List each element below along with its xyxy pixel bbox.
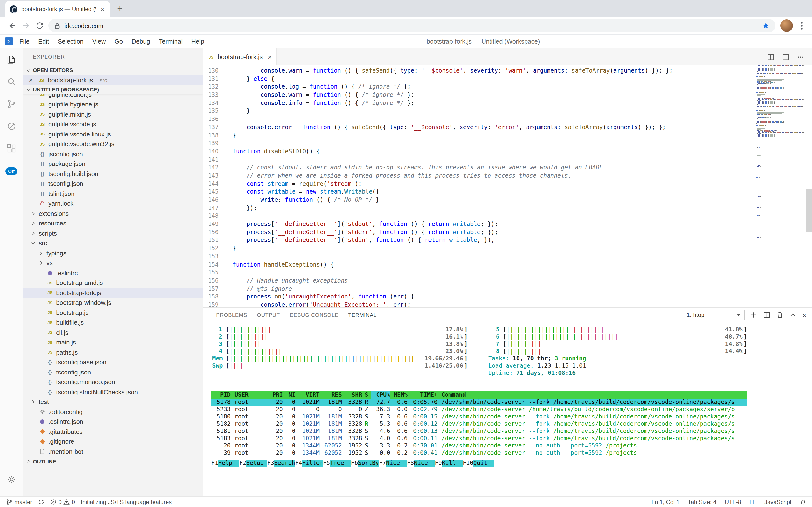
column-command[interactable]: Command [438,391,747,399]
tree-item-bootstrap-window-js[interactable]: JSbootstrap-window.js [23,298,202,308]
kill-terminal-icon[interactable] [776,311,784,319]
menu-selection[interactable]: Selection [53,38,88,45]
maximize-panel-icon[interactable] [789,311,797,319]
close-icon[interactable]: × [29,76,35,84]
menu-go[interactable]: Go [110,38,127,45]
process-row-5183[interactable]: 5183root2001021M181M3328S4.00.60:00.11/d… [211,435,747,442]
process-row-5181[interactable]: 5181root2001021M181M3328S4.60.60:00.13/d… [211,428,747,435]
tree-item-src[interactable]: src [23,238,202,248]
menu-edit[interactable]: Edit [34,38,53,45]
fkey-f4[interactable]: F4 [295,460,302,467]
panel-tab-problems[interactable]: PROBLEMS [211,308,252,322]
tree-item-main-js[interactable]: JSmain.js [23,337,202,347]
tree-item-bootstrap-amd-js[interactable]: JSbootstrap-amd.js [23,278,202,288]
tree-item-gitignore[interactable]: .gitignore [23,437,202,447]
fkey-f1[interactable]: F1 [211,460,218,467]
status-badge[interactable]: Off [5,167,17,175]
tree-item-jsconfig-json[interactable]: {}jsconfig.json [23,149,202,159]
encoding[interactable]: UTF-8 [725,499,741,505]
reload-button[interactable] [33,19,46,33]
browser-tab[interactable]: bootstrap-fork.js — Untitled (W × [5,1,110,17]
tree-item-editorconfig[interactable]: .editorconfig [23,407,202,417]
notifications-bell-icon[interactable] [800,499,806,505]
fkey-action-setup[interactable]: Setup [246,460,267,467]
fkey-action-sortby[interactable]: SortBy [358,460,379,467]
url-bar[interactable]: ide.coder.com [48,19,775,33]
column-res[interactable]: RES [320,391,342,399]
tree-item-tsconfig-strictnullchecks-json[interactable]: {}tsconfig.strictNullChecks.json [23,387,202,397]
fkey-f8[interactable]: F8 [407,460,414,467]
editor[interactable]: 1301311321331341351361371381391401411421… [203,65,812,307]
new-terminal-icon[interactable] [750,311,758,319]
tree-item-mention-bot[interactable]: .mention-bot [23,447,202,456]
minimap[interactable] [755,65,806,307]
open-editor-item[interactable]: × JS bootstrap-fork.js src [23,75,202,85]
fkey-f10[interactable]: F10 [463,460,473,467]
tree-item-eslintrc-json[interactable]: .eslintrc.json [23,417,202,427]
bookmark-star-icon[interactable] [762,22,770,30]
tree-item-package-json[interactable]: {}package.json [23,159,202,169]
tree-item-gulpfile-vscode-win32-js[interactable]: JSgulpfile.vscode.win32.js [23,139,202,149]
workspace-section[interactable]: UNTITLED (WORKSPACE) [23,85,202,94]
tree-item-yarn-lock[interactable]: yarn.lock [23,199,202,209]
fkey-action-nice[interactable]: Nice - [386,460,407,467]
split-editor-icon[interactable] [767,53,774,61]
terminal-picker[interactable]: 1: htop [683,309,745,320]
column-cpu[interactable]: CPU% [371,391,390,399]
tree-item-extensions[interactable]: extensions [23,209,202,218]
fkey-action-nice[interactable]: Nice + [414,460,435,467]
panel-tab-terminal[interactable]: TERMINAL [343,308,381,322]
process-row-5180[interactable]: 5180root2001021M181M3328S7.30.60:00.15/d… [211,413,747,420]
tree-item-tsconfig-json[interactable]: {}tsconfig.json [23,367,202,377]
panel-tab-output[interactable]: OUTPUT [252,308,285,322]
tree-item-tsconfig-monaco-json[interactable]: {}tsconfig.monaco.json [23,377,202,387]
fkey-f5[interactable]: F5 [323,460,330,467]
tree-item-gulpfile-editor-js[interactable]: JSgulpfile.editor.js [23,94,202,99]
column-shr[interactable]: SHR [342,391,362,399]
source-control-icon[interactable] [0,93,23,115]
menu-terminal[interactable]: Terminal [154,38,187,45]
new-tab-button[interactable]: + [113,2,127,15]
column-ni[interactable]: NI [283,391,295,399]
menu-file[interactable]: File [15,38,34,45]
forward-button[interactable] [19,19,33,33]
column-s[interactable]: S [362,391,371,399]
debug-icon[interactable] [0,115,23,137]
back-button[interactable] [6,19,19,33]
editor-tab[interactable]: JS bootstrap-fork.js × [203,48,276,65]
tree-item-tsconfig-json[interactable]: {}tsconfig.json [23,179,202,189]
tab-close-icon[interactable]: × [268,53,272,61]
tree-item-gulpfile-vscode-js[interactable]: JSgulpfile.vscode.js [23,119,202,129]
more-actions-icon[interactable] [797,53,805,61]
tab-size[interactable]: Tab Size: 4 [688,499,716,505]
tree-item-resources[interactable]: resources [23,218,202,228]
fkey-f9[interactable]: F9 [435,460,442,467]
editor-code[interactable]: console.warn = function () { safeSend({ … [225,65,812,307]
language-mode[interactable]: JavaScript [764,499,792,505]
editor-scrollbar-thumb[interactable] [806,189,812,232]
tree-item-scripts[interactable]: scripts [23,228,202,238]
fkey-f6[interactable]: F6 [351,460,358,467]
tree-item-tslint-json[interactable]: {}tslint.json [23,189,202,199]
tree-item-gulpfile-hygiene-js[interactable]: JSgulpfile.hygiene.js [23,99,202,109]
tree-item-tsconfig-build-json[interactable]: {}tsconfig.build.json [23,169,202,179]
settings-gear-icon[interactable] [0,468,23,491]
close-panel-icon[interactable]: × [802,311,806,319]
cursor-position[interactable]: Ln 1, Col 1 [651,499,680,505]
column-time[interactable]: TIME+ [408,391,438,399]
column-user[interactable]: USER [231,391,268,399]
fkey-f7[interactable]: F7 [379,460,386,467]
process-row-39[interactable]: 39root2001344M620521952S0.00.20:00.41/de… [211,449,747,457]
tree-item-gulpfile-vscode-linux-js[interactable]: JSgulpfile.vscode.linux.js [23,129,202,139]
menu-view[interactable]: View [88,38,110,45]
process-row-5182[interactable]: 5182root2001021M181M3328R5.30.60:00.12/d… [211,420,747,428]
search-icon[interactable] [0,71,23,93]
column-pid[interactable]: PID [211,391,231,399]
fkey-action-kill[interactable]: Kill [442,460,463,467]
fkey-action-tree[interactable]: Tree [330,460,351,467]
eol[interactable]: LF [749,499,756,505]
git-branch-item[interactable]: master [6,499,32,505]
column-mem[interactable]: MEM% [390,391,408,399]
problems-item[interactable]: 0 0 [50,499,75,505]
fkey-f2[interactable]: F2 [239,460,246,467]
